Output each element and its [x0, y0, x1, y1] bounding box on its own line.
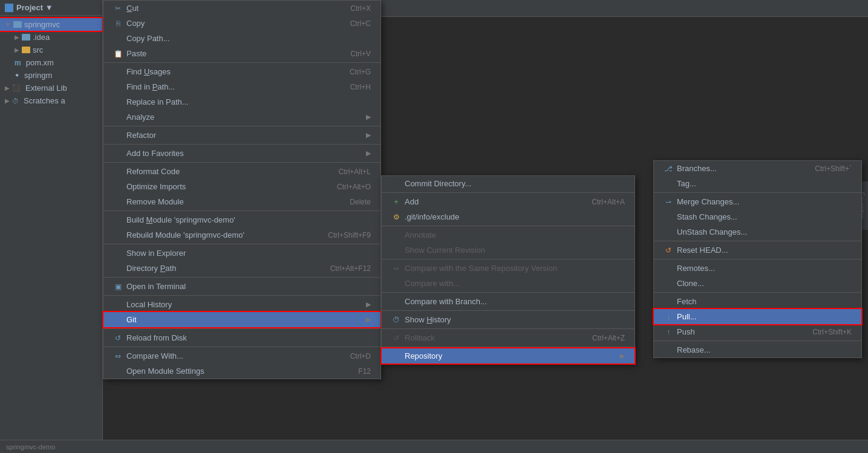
- menu-branches[interactable]: ⎇ Branches... Ctrl+Shift+`: [654, 161, 861, 176]
- menu-commit-dir[interactable]: Commit Directory...: [382, 176, 635, 191]
- menu-reload-label: Reload from Disk: [126, 333, 371, 342]
- menu-merge-changes[interactable]: ⇀ Merge Changes...: [654, 194, 861, 209]
- menu-rollback-shortcut: Ctrl+Alt+Z: [592, 334, 625, 342]
- menu-repository[interactable]: Repository ▶: [382, 348, 635, 363]
- menu-add-favorites[interactable]: Add to Favorites ▶: [103, 146, 380, 161]
- menu-directory-label: Directory Path: [126, 264, 318, 273]
- menu-push[interactable]: ↑ Push Ctrl+Shift+K: [654, 324, 861, 339]
- tree-label-src: src: [33, 45, 43, 54]
- tree-item-pom[interactable]: m pom.xm: [0, 56, 102, 69]
- menu-merge-label: Merge Changes...: [677, 197, 852, 206]
- menu-stash[interactable]: Stash Changes...: [654, 209, 861, 224]
- file-icon-xml: ✦: [15, 72, 19, 79]
- menu-find-usages-label: Find Usages: [126, 67, 338, 76]
- tree-label-springm: springm: [24, 71, 52, 80]
- menu-reset-head[interactable]: ↺ Reset HEAD...: [654, 243, 861, 258]
- menu-rebase[interactable]: Rebase...: [654, 342, 861, 357]
- tree-item-springm[interactable]: ✦ springm: [0, 69, 102, 82]
- tree-item-idea[interactable]: ▶ .idea: [0, 31, 102, 44]
- separator-1: [103, 62, 380, 63]
- analyze-arrow: ▶: [366, 113, 371, 121]
- menu-reformat[interactable]: Reformat Code Ctrl+Alt+L: [103, 164, 380, 179]
- menu-find-usages-shortcut: Ctrl+G: [350, 68, 371, 76]
- menu-show-explorer[interactable]: Show in Explorer: [103, 246, 380, 261]
- menu-find-usages[interactable]: Find Usages Ctrl+G: [103, 64, 380, 79]
- menu-clone[interactable]: Clone...: [654, 276, 861, 291]
- menu-directory-path[interactable]: Directory Path Ctrl+Alt+F12: [103, 261, 380, 276]
- history-icon: ⏱: [391, 316, 401, 324]
- menu-remotes[interactable]: Remotes...: [654, 261, 861, 276]
- menu-git-exclude[interactable]: ⚙ .git/info/exclude: [382, 209, 635, 224]
- git-sep-5: [382, 310, 635, 311]
- menu-refactor[interactable]: Refactor ▶: [103, 128, 380, 143]
- menu-copy[interactable]: ⎘ Copy Ctrl+C: [103, 16, 380, 31]
- menu-analyze[interactable]: Analyze ▶: [103, 109, 380, 125]
- menu-optimize-label: Optimize Imports: [126, 182, 325, 191]
- menu-unstash[interactable]: UnStash Changes...: [654, 224, 861, 240]
- cut-icon: ✂: [113, 4, 123, 13]
- menu-compare-with[interactable]: ⇔ Compare With... Ctrl+D: [103, 348, 380, 363]
- menu-compare-shortcut: Ctrl+D: [350, 352, 371, 360]
- menu-tag[interactable]: Tag...: [654, 176, 861, 191]
- menu-find-in-path[interactable]: Find in Path... Ctrl+H: [103, 79, 380, 94]
- compare-same-icon: ⇔: [391, 264, 401, 273]
- tree-item-scratches[interactable]: ▶ ⏱ Scratches a: [0, 94, 102, 107]
- menu-cut-shortcut: Ctrl+X: [350, 4, 371, 13]
- menu-copy-shortcut: Ctrl+C: [350, 19, 371, 28]
- menu-annotate-label: Annotate: [405, 230, 625, 240]
- menu-reload[interactable]: ↺ Reload from Disk: [103, 330, 380, 345]
- menu-fetch-label: Fetch: [677, 297, 852, 306]
- menu-rebuild-module[interactable]: Rebuild Module 'springmvc-demo' Ctrl+Shi…: [103, 227, 380, 243]
- separator-6: [103, 244, 380, 244]
- menu-compare-with-sub: Compare with...: [382, 276, 635, 291]
- menu-add-favorites-label: Add to Favorites: [126, 149, 361, 158]
- tree-item-src[interactable]: ▶ src: [0, 44, 102, 56]
- refactor-arrow: ▶: [366, 131, 371, 139]
- git-sep-7: [382, 347, 635, 347]
- tree-label-idea: .idea: [33, 33, 50, 42]
- rollback-icon: ↺: [391, 334, 401, 342]
- context-menu-git-sub: Commit Directory... + Add Ctrl+Alt+A ⚙ .…: [381, 175, 635, 364]
- menu-compare-branch[interactable]: Compare with Branch...: [382, 294, 635, 309]
- reload-icon: ↺: [113, 334, 123, 342]
- tree-arrow-scratches: ▶: [5, 97, 10, 104]
- menu-stash-label: Stash Changes...: [677, 212, 852, 221]
- menu-repository-label: Repository: [405, 351, 615, 360]
- merge-icon: ⇀: [664, 198, 673, 206]
- menu-git-add[interactable]: + Add Ctrl+Alt+A: [382, 194, 635, 209]
- tree-item-springmvc[interactable]: ▼ springmvc: [0, 18, 102, 31]
- menu-directory-shortcut: Ctrl+Alt+F12: [330, 264, 371, 273]
- push-icon: ↑: [664, 328, 673, 336]
- tree-arrow-externallib: ▶: [5, 85, 10, 91]
- menu-copy-path[interactable]: Copy Path...: [103, 31, 380, 46]
- menu-local-history[interactable]: Local History ▶: [103, 297, 380, 312]
- menu-optimize-imports[interactable]: Optimize Imports Ctrl+Alt+O: [103, 179, 380, 194]
- tree-item-externallib[interactable]: ▶ ⬛ External Lib: [0, 82, 102, 94]
- menu-paste[interactable]: 📋 Paste Ctrl+V: [103, 46, 380, 61]
- separator-8: [103, 295, 380, 296]
- menu-fetch[interactable]: Fetch: [654, 294, 861, 309]
- menu-module-settings[interactable]: Open Module Settings F12: [103, 363, 380, 379]
- menu-git[interactable]: Git ▶: [103, 312, 380, 327]
- menu-remove-module-shortcut: Delete: [350, 198, 371, 206]
- menu-reformat-shortcut: Ctrl+Alt+L: [339, 168, 371, 176]
- tree-label-springmvc: springmvc: [24, 20, 60, 29]
- separator-4: [103, 162, 380, 163]
- menu-build-module[interactable]: Build Module 'springmvc-demo': [103, 212, 380, 227]
- git-arrow: ▶: [366, 316, 371, 324]
- menu-rebuild-label: Rebuild Module 'springmvc-demo': [126, 230, 316, 240]
- menu-remove-module[interactable]: Remove Module Delete: [103, 194, 380, 209]
- folder-icon-src: [22, 47, 30, 53]
- repository-arrow: ▶: [620, 352, 625, 360]
- menu-tag-label: Tag...: [677, 179, 852, 188]
- project-panel: Project ▼ ▼ springmvc ▶ .idea ▶ src m po…: [0, 0, 103, 453]
- menu-replace-in-path[interactable]: Replace in Path...: [103, 94, 380, 109]
- menu-unstash-label: UnStash Changes...: [677, 227, 852, 236]
- menu-cut[interactable]: ✂ Cut Ctrl+X: [103, 1, 380, 16]
- menu-pull-label: Pull...: [677, 312, 852, 321]
- menu-pull[interactable]: ↓ Pull...: [654, 309, 861, 324]
- menu-open-terminal[interactable]: ▣ Open in Terminal: [103, 279, 380, 294]
- menu-show-history[interactable]: ⏱ Show History: [382, 312, 635, 327]
- menu-open-terminal-label: Open in Terminal: [126, 282, 371, 291]
- menu-cut-label: Cut: [126, 4, 338, 13]
